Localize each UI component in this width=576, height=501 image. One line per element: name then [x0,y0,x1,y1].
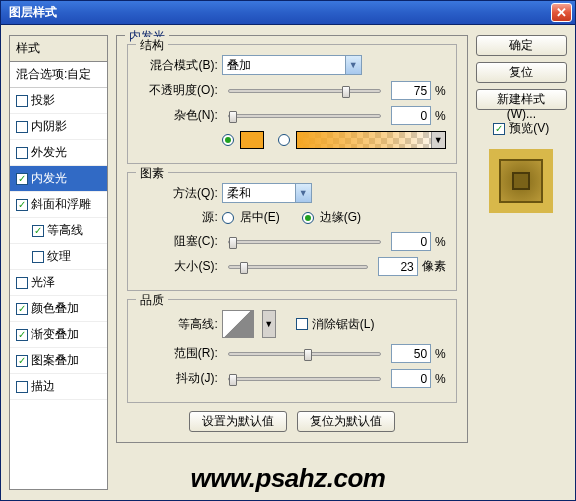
noise-input[interactable] [391,106,431,125]
source-edge-label: 边缘(G) [320,209,361,226]
noise-slider[interactable] [228,114,381,118]
color-swatch[interactable] [240,131,264,149]
opacity-input[interactable] [391,81,431,100]
range-label: 范围(R): [138,345,218,362]
size-slider[interactable] [228,265,368,269]
style-item-等高线[interactable]: 等高线 [10,218,107,244]
blend-mode-label: 混合模式(B): [138,57,218,74]
jitter-unit: % [435,372,446,386]
style-checkbox[interactable] [16,355,28,367]
style-label: 渐变叠加 [31,326,79,343]
choke-slider[interactable] [228,240,381,244]
source-edge-radio[interactable] [302,212,314,224]
choke-input[interactable] [391,232,431,251]
chevron-down-icon: ▼ [345,56,361,74]
choke-label: 阻塞(C): [138,233,218,250]
inner-glow-section: 内发光 结构 混合模式(B): 叠加 ▼ 不透明度(O): [116,35,468,443]
range-slider[interactable] [228,352,381,356]
style-label: 纹理 [47,248,71,265]
style-checkbox[interactable] [16,95,28,107]
blend-options-item[interactable]: 混合选项:自定 [10,62,107,88]
style-item-内发光[interactable]: 内发光 [10,166,107,192]
style-item-纹理[interactable]: 纹理 [10,244,107,270]
jitter-slider[interactable] [228,377,381,381]
source-center-label: 居中(E) [240,209,280,226]
structure-legend: 结构 [136,37,168,54]
set-default-button[interactable]: 设置为默认值 [189,411,287,432]
new-style-button[interactable]: 新建样式(W)... [476,89,567,110]
style-checkbox[interactable] [16,121,28,133]
contour-picker[interactable] [222,310,254,338]
window-title: 图层样式 [9,4,57,21]
style-checkbox[interactable] [32,251,44,263]
style-checkbox[interactable] [16,147,28,159]
style-item-光泽[interactable]: 光泽 [10,270,107,296]
jitter-input[interactable] [391,369,431,388]
range-input[interactable] [391,344,431,363]
style-checkbox[interactable] [32,225,44,237]
chevron-down-icon: ▼ [295,184,311,202]
noise-label: 杂色(N): [138,107,218,124]
styles-header: 样式 [10,36,107,62]
jitter-label: 抖动(J): [138,370,218,387]
right-panel: 确定 复位 新建样式(W)... 预览(V) [476,35,567,490]
style-checkbox[interactable] [16,381,28,393]
style-item-渐变叠加[interactable]: 渐变叠加 [10,322,107,348]
style-checkbox[interactable] [16,199,28,211]
style-item-内阴影[interactable]: 内阴影 [10,114,107,140]
source-center-radio[interactable] [222,212,234,224]
preview-label: 预览(V) [509,120,549,137]
gradient-picker[interactable]: ▼ [296,131,446,149]
range-unit: % [435,347,446,361]
blend-mode-select[interactable]: 叠加 ▼ [222,55,362,75]
quality-legend: 品质 [136,292,168,309]
style-label: 斜面和浮雕 [31,196,91,213]
reset-default-button[interactable]: 复位为默认值 [297,411,395,432]
preview-checkbox[interactable] [493,123,505,135]
style-checkbox[interactable] [16,329,28,341]
quality-group: 品质 等高线: ▼ 消除锯齿(L) 范围(R): % [127,299,457,403]
style-label: 外发光 [31,144,67,161]
titlebar: 图层样式 ✕ [1,1,575,25]
style-label: 内阴影 [31,118,67,135]
styles-list: 样式 混合选项:自定 投影内阴影外发光内发光斜面和浮雕等高线纹理光泽颜色叠加渐变… [9,35,108,490]
close-button[interactable]: ✕ [551,3,572,22]
style-label: 图案叠加 [31,352,79,369]
gradient-radio[interactable] [278,134,290,146]
style-checkbox[interactable] [16,173,28,185]
watermark: www.psahz.com [191,463,386,494]
color-radio[interactable] [222,134,234,146]
style-item-图案叠加[interactable]: 图案叠加 [10,348,107,374]
style-item-斜面和浮雕[interactable]: 斜面和浮雕 [10,192,107,218]
style-label: 投影 [31,92,55,109]
style-checkbox[interactable] [16,303,28,315]
source-label: 源: [138,209,218,226]
chevron-down-icon: ▼ [431,132,445,148]
style-label: 等高线 [47,222,83,239]
style-item-颜色叠加[interactable]: 颜色叠加 [10,296,107,322]
preview-thumbnail [489,149,553,213]
elements-legend: 图素 [136,165,168,182]
style-label: 描边 [31,378,55,395]
style-item-外发光[interactable]: 外发光 [10,140,107,166]
choke-unit: % [435,235,446,249]
style-checkbox[interactable] [16,277,28,289]
opacity-label: 不透明度(O): [138,82,218,99]
size-input[interactable] [378,257,418,276]
antialias-checkbox[interactable] [296,318,308,330]
style-label: 内发光 [31,170,67,187]
chevron-down-icon[interactable]: ▼ [262,310,276,338]
antialias-label: 消除锯齿(L) [312,316,375,333]
size-unit: 像素 [422,258,446,275]
size-label: 大小(S): [138,258,218,275]
ok-button[interactable]: 确定 [476,35,567,56]
technique-select[interactable]: 柔和 ▼ [222,183,312,203]
opacity-slider[interactable] [228,89,381,93]
style-item-投影[interactable]: 投影 [10,88,107,114]
layer-style-dialog: 图层样式 ✕ 样式 混合选项:自定 投影内阴影外发光内发光斜面和浮雕等高线纹理光… [0,0,576,501]
elements-group: 图素 方法(Q): 柔和 ▼ 源: 居中(E) 边缘 [127,172,457,291]
opacity-unit: % [435,84,446,98]
style-label: 光泽 [31,274,55,291]
cancel-button[interactable]: 复位 [476,62,567,83]
style-item-描边[interactable]: 描边 [10,374,107,400]
